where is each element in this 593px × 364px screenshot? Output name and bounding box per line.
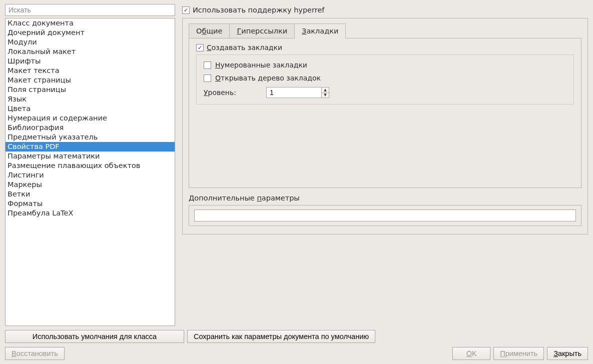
level-spinner[interactable]: ▲ ▼ [266,87,329,98]
category-item[interactable]: Макет страницы [6,76,175,85]
category-item[interactable]: Макет текста [6,66,175,76]
numbered-bookmarks-checkbox[interactable] [204,62,211,69]
save-as-defaults-button[interactable]: Сохранить как параметры документа по умо… [187,330,375,343]
open-tree-label: Открывать дерево закладок [215,74,321,82]
category-item[interactable]: Свойства PDF [6,142,175,152]
category-item[interactable]: Параметры математики [6,152,175,161]
extra-params-input[interactable] [194,210,576,222]
category-item[interactable]: Нумерация и содержание [6,114,175,123]
level-spin-down[interactable]: ▼ [322,93,329,98]
tab-bookmarks-content: Создавать закладки Нумерованные закладки… [189,38,581,188]
main-area: Класс документаДочерний документМодулиЛо… [5,4,588,326]
category-item[interactable]: Предметный указатель [6,132,175,142]
tab-bookmarks[interactable]: Закладки [294,24,346,38]
numbered-bookmarks-label: Нумерованные закладки [215,61,307,69]
category-item[interactable]: Форматы [6,199,175,208]
tabs: Общие Гиперссылки Закладки [189,24,581,38]
bookmarks-group: Нумерованные закладки Открывать дерево з… [196,54,574,104]
restore-button[interactable]: Восстановить [5,347,65,360]
category-item[interactable]: Локальный макет [6,47,175,56]
tab-hyperlinks[interactable]: Гиперссылки [229,24,295,38]
category-item[interactable]: Цвета [6,104,175,114]
hyperref-label: Использовать поддержку hyperref [193,6,324,14]
level-label: Уровень: [204,88,236,96]
close-button[interactable]: Закрыть [547,347,588,360]
level-row: Уровень: ▲ ▼ [204,87,566,98]
bottom-row-2-right: OK Применить Закрыть [452,347,588,360]
category-item[interactable]: Ветки [6,190,175,199]
level-spin-buttons: ▲ ▼ [321,87,329,98]
ok-button[interactable]: OK [452,347,490,360]
search-input[interactable] [5,4,175,16]
create-bookmarks-label: Создавать закладки [207,44,282,52]
create-bookmarks-checkbox[interactable] [196,44,204,52]
bottom-row-1: Использовать умолчания для класса Сохран… [5,330,588,343]
right-panel: Использовать поддержку hyperref Общие Ги… [182,4,588,326]
bottom-button-area: Использовать умолчания для класса Сохран… [5,330,588,360]
hyperref-checkbox-row[interactable]: Использовать поддержку hyperref [182,6,588,14]
hyperref-checkbox[interactable] [182,6,190,14]
category-item[interactable]: Шрифты [6,56,175,66]
apply-button[interactable]: Применить [493,347,544,360]
category-item[interactable]: Класс документа [6,18,175,28]
use-class-defaults-button[interactable]: Использовать умолчания для класса [5,330,184,343]
level-input[interactable] [266,87,321,98]
category-item[interactable]: Язык [6,94,175,104]
level-spin-up[interactable]: ▲ [322,88,329,93]
category-item[interactable]: Модули [6,38,175,47]
category-item[interactable]: Дочерний документ [6,28,175,38]
category-item[interactable]: Размещение плавающих объектов [6,161,175,170]
create-bookmarks-row[interactable]: Создавать закладки [196,44,574,52]
category-item[interactable]: Листинги [6,170,175,180]
open-tree-checkbox[interactable] [204,74,211,82]
category-item[interactable]: Маркеры [6,180,175,190]
category-item[interactable]: Библиография [6,123,175,132]
category-list[interactable]: Класс документаДочерний документМодулиЛо… [5,18,175,326]
left-panel: Класс документаДочерний документМодулиЛо… [5,4,175,326]
numbered-bookmarks-row[interactable]: Нумерованные закладки [204,61,566,69]
category-item[interactable]: Преамбула LaTeX [6,208,175,218]
open-tree-row[interactable]: Открывать дерево закладок [204,74,566,82]
bottom-row-2: Восстановить OK Применить Закрыть [5,347,588,360]
extra-params-label: Дополнительные параметры [189,194,581,202]
extra-params-wrap [189,205,581,226]
pdf-properties-panel: Общие Гиперссылки Закладки Создавать зак… [182,18,588,234]
tab-general[interactable]: Общие [189,24,230,38]
category-item[interactable]: Поля страницы [6,85,175,94]
